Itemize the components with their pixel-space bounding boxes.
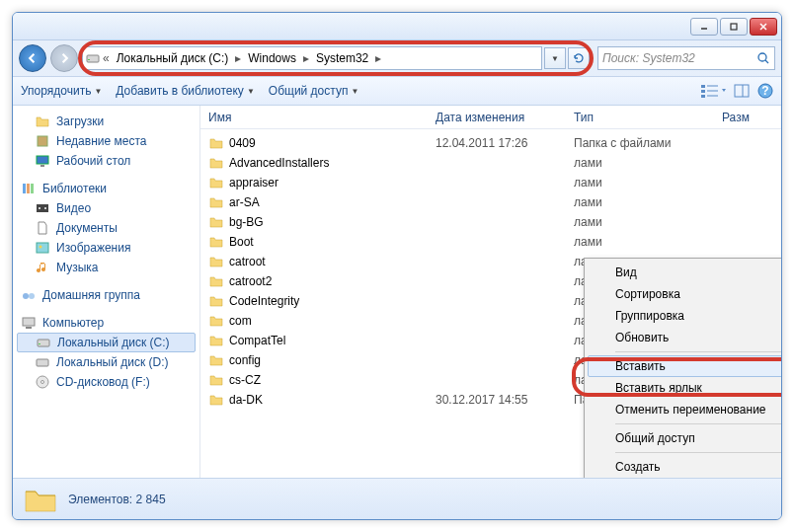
table-row[interactable]: 040912.04.2011 17:26Папка с файлами [208, 133, 781, 153]
folder-icon [208, 254, 224, 269]
address-bar[interactable]: « Локальный диск (C:)▸ Windows▸ System32… [82, 46, 542, 70]
folder-icon [208, 372, 224, 388]
table-row[interactable]: AdvancedInstallersлами [208, 153, 781, 173]
close-button[interactable] [750, 18, 777, 36]
svg-point-29 [23, 293, 29, 299]
sidebar-downloads[interactable]: Загрузки [17, 112, 196, 131]
sidebar-video[interactable]: Видео [17, 198, 196, 218]
preview-pane-button[interactable] [734, 83, 750, 99]
svg-rect-31 [23, 318, 35, 326]
ctx-refresh[interactable]: Обновить [588, 327, 781, 348]
sidebar-libraries-head[interactable]: Библиотеки [17, 179, 196, 198]
col-date[interactable]: Дата изменения [436, 111, 574, 124]
crumb-system32[interactable]: System32 [311, 47, 373, 69]
ctx-new[interactable]: Создать▶ [588, 456, 781, 478]
crumb-c[interactable]: Локальный диск (C:) [112, 47, 234, 69]
folder-icon [208, 293, 224, 309]
folder-icon [208, 135, 224, 151]
svg-point-28 [40, 246, 42, 249]
sidebar-documents[interactable]: Документы [17, 218, 196, 238]
col-name[interactable]: Имя [208, 111, 436, 124]
col-type[interactable]: Тип [574, 111, 722, 124]
file-name: catroot [229, 255, 266, 268]
sidebar-desktop[interactable]: Рабочий стол [17, 151, 196, 171]
file-name: AdvancedInstallers [229, 156, 329, 170]
sidebar-drive-cd[interactable]: CD-дисковод (F:) [17, 372, 196, 392]
sidebar-recent[interactable]: Недавние места [17, 131, 196, 151]
col-size[interactable]: Разм [722, 111, 781, 124]
address-dropdown[interactable]: ▼ [544, 47, 566, 69]
add-to-library-menu[interactable]: Добавить в библиотеку ▼ [116, 84, 254, 98]
toolbar: Упорядочить ▼ Добавить в библиотеку ▼ Об… [13, 76, 781, 106]
svg-point-30 [29, 293, 35, 299]
svg-point-37 [41, 381, 44, 384]
search-input[interactable]: Поиск: System32 [597, 46, 775, 70]
navigation-pane: Загрузки Недавние места Рабочий стол Биб… [13, 106, 200, 478]
ctx-paste-shortcut[interactable]: Вставить ярлык [588, 377, 781, 399]
file-date: 30.12.2017 14:55 [436, 393, 574, 407]
file-type: лами [574, 176, 722, 190]
svg-rect-8 [701, 85, 705, 88]
file-name: config [229, 353, 261, 367]
sidebar-computer-head[interactable]: Компьютер [17, 313, 196, 333]
table-row[interactable]: bg-BGлами [208, 212, 781, 232]
help-button[interactable]: ? [757, 83, 773, 99]
minimize-button[interactable] [690, 18, 718, 36]
sidebar-homegroup[interactable]: Домашняя группа [17, 285, 196, 305]
svg-rect-34 [39, 343, 40, 344]
refresh-button[interactable] [568, 47, 590, 69]
recent-icon [35, 133, 50, 149]
sidebar-pictures[interactable]: Изображения [17, 238, 196, 258]
navigation-row: « Локальный диск (C:)▸ Windows▸ System32… [13, 40, 781, 76]
forward-button[interactable] [50, 44, 78, 72]
sidebar-drive-d[interactable]: Локальный диск (D:) [17, 352, 196, 372]
folder-icon [208, 313, 224, 329]
file-name: cs-CZ [229, 373, 261, 387]
file-name: da-DK [229, 393, 263, 407]
ctx-undo-rename[interactable]: Отменить переименованиеCTRL+Z [588, 399, 781, 420]
ctx-sort[interactable]: Сортировка▶ [588, 283, 781, 305]
folder-icon [208, 352, 224, 368]
explorer-window: « Локальный диск (C:)▸ Windows▸ System32… [12, 12, 782, 520]
file-name: catroot2 [229, 274, 272, 288]
organize-menu[interactable]: Упорядочить ▼ [21, 84, 102, 98]
ctx-share[interactable]: Общий доступ▶ [588, 427, 781, 449]
folder-icon [208, 194, 224, 210]
maximize-button[interactable] [720, 18, 748, 36]
sidebar-drive-c[interactable]: Локальный диск (C:) [17, 333, 196, 352]
back-button[interactable] [19, 44, 46, 72]
folder-icon [208, 392, 224, 408]
view-mode-button[interactable] [700, 83, 726, 99]
titlebar [13, 13, 781, 40]
svg-rect-19 [37, 156, 48, 164]
svg-text:?: ? [761, 84, 768, 98]
ctx-paste[interactable]: Вставить [588, 355, 781, 377]
table-row[interactable]: Bootлами [208, 232, 781, 252]
svg-rect-23 [31, 184, 34, 193]
ctx-group[interactable]: Группировка▶ [588, 305, 781, 327]
svg-rect-35 [37, 359, 48, 366]
sidebar-music[interactable]: Музыка [17, 258, 196, 277]
table-row[interactable]: ar-SAлами [208, 192, 781, 212]
file-name: ar-SA [229, 195, 260, 209]
table-row[interactable]: appraiserлами [208, 173, 781, 192]
documents-icon [35, 220, 50, 236]
status-label: Элементов: [68, 493, 132, 506]
svg-line-7 [765, 60, 768, 63]
download-icon [35, 114, 50, 129]
crumb-windows[interactable]: Windows [243, 47, 301, 69]
homegroup-icon [21, 287, 37, 303]
folder-icon [208, 234, 224, 250]
svg-rect-18 [38, 136, 47, 146]
svg-rect-24 [37, 204, 48, 212]
context-menu: Вид▶ Сортировка▶ Группировка▶ Обновить В… [584, 258, 781, 478]
svg-point-6 [758, 53, 766, 61]
cd-icon [35, 374, 50, 390]
file-name: appraiser [229, 176, 278, 190]
svg-rect-22 [27, 184, 30, 193]
ctx-view[interactable]: Вид▶ [588, 262, 781, 283]
file-name: CodeIntegrity [229, 294, 299, 308]
search-icon [756, 51, 770, 65]
column-headers: Имя Дата изменения Тип Разм [200, 106, 781, 129]
share-menu[interactable]: Общий доступ ▼ [269, 84, 359, 98]
